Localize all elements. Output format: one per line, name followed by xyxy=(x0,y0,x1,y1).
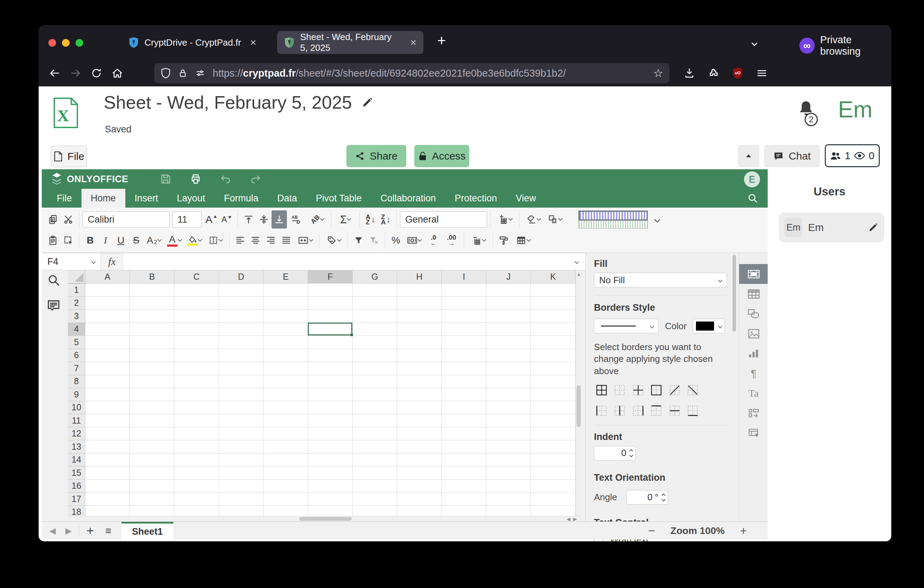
grid-cell-E15[interactable] xyxy=(264,466,308,480)
percent-style-icon[interactable]: % xyxy=(388,231,404,249)
menu-tab-pivot-table[interactable]: Pivot Table xyxy=(306,189,371,208)
horizontal-scroll-thumb[interactable] xyxy=(299,517,351,521)
grid-cell-A10[interactable] xyxy=(85,401,130,415)
grid-cell-H14[interactable] xyxy=(397,454,442,467)
grid-cell-A3[interactable] xyxy=(85,310,130,323)
grid-cell-I14[interactable] xyxy=(442,454,487,467)
grid-cell-H16[interactable] xyxy=(397,480,442,493)
grid-cell-D17[interactable] xyxy=(219,492,264,506)
notifications-bell-icon[interactable]: 2 xyxy=(796,99,816,119)
tab-close-icon[interactable]: × xyxy=(250,36,256,48)
row-header-7[interactable]: 7 xyxy=(68,362,85,375)
grid-cell-E14[interactable] xyxy=(264,454,308,467)
grid-cell-G13[interactable] xyxy=(353,440,397,454)
menu-tab-protection[interactable]: Protection xyxy=(445,189,507,208)
row-header-3[interactable]: 3 xyxy=(68,310,85,323)
grid-cell-E1[interactable] xyxy=(264,284,308,297)
grid-cell-D7[interactable] xyxy=(219,362,264,375)
grid-cell-H3[interactable] xyxy=(397,310,442,323)
zoom-in-button[interactable]: + xyxy=(740,524,747,537)
row-header-5[interactable]: 5 xyxy=(68,336,85,349)
tracking-protection-shield-icon[interactable] xyxy=(160,68,171,79)
grid-cell-J7[interactable] xyxy=(487,362,531,375)
zoom-level-label[interactable]: Zoom 100% xyxy=(670,525,725,537)
grid-cell-H11[interactable] xyxy=(397,414,442,428)
forward-icon[interactable] xyxy=(65,67,86,79)
rename-pencil-icon[interactable] xyxy=(361,96,374,109)
sheet-next-arrow-icon[interactable]: ▶ xyxy=(61,526,77,536)
grid-cell-C18[interactable] xyxy=(175,506,219,516)
grid-cell-F6[interactable] xyxy=(308,349,353,362)
grid-cell-G2[interactable] xyxy=(353,297,397,310)
clear-icon[interactable] xyxy=(523,210,543,228)
grid-cell-D4[interactable] xyxy=(219,323,264,336)
column-header-E[interactable]: E xyxy=(264,270,308,284)
grid-cell-H5[interactable] xyxy=(397,336,442,349)
grid-cell-A11[interactable] xyxy=(85,414,130,428)
text-orientation-icon[interactable]: AB xyxy=(306,210,328,228)
grid-cell-H7[interactable] xyxy=(397,362,442,375)
grid-cell-J14[interactable] xyxy=(487,454,531,467)
grid-cell-B15[interactable] xyxy=(130,466,175,480)
row-header-14[interactable]: 14 xyxy=(68,454,85,467)
paste-icon[interactable] xyxy=(45,231,61,249)
back-icon[interactable] xyxy=(44,67,65,79)
vertical-scroll-thumb[interactable] xyxy=(577,385,581,427)
grid-cell-G5[interactable] xyxy=(353,336,397,349)
border-vertical-icon[interactable] xyxy=(612,403,627,418)
column-header-I[interactable]: I xyxy=(442,270,487,284)
access-button[interactable]: Access xyxy=(414,145,469,167)
underline-icon[interactable]: U xyxy=(113,231,129,249)
menu-tab-view[interactable]: View xyxy=(507,189,546,208)
extensions-puzzle-icon[interactable] xyxy=(708,67,719,79)
grid-cell-K4[interactable] xyxy=(531,323,576,336)
grid-cell-F18[interactable] xyxy=(308,506,353,516)
grid-cell-K10[interactable] xyxy=(531,401,576,415)
border-inside-icon[interactable] xyxy=(630,383,646,398)
row-header-8[interactable]: 8 xyxy=(68,375,85,388)
grid-cell-B16[interactable] xyxy=(130,480,175,493)
grid-cell-F9[interactable] xyxy=(308,388,353,401)
grid-cell-I9[interactable] xyxy=(442,388,487,401)
redo-icon[interactable] xyxy=(250,173,261,185)
grid-cell-G10[interactable] xyxy=(353,401,397,415)
grid-search-icon[interactable] xyxy=(47,273,61,287)
grid-cell-I6[interactable] xyxy=(442,349,487,362)
border-diagonal-up-icon[interactable] xyxy=(667,383,682,398)
menu-tab-collaboration[interactable]: Collaboration xyxy=(371,189,445,208)
fill-handle[interactable] xyxy=(350,333,353,337)
formula-input[interactable] xyxy=(123,253,568,270)
sidebar-scroll-thumb[interactable] xyxy=(733,255,736,332)
grid-cell-H1[interactable] xyxy=(397,284,442,297)
grid-cell-D6[interactable] xyxy=(219,349,264,362)
font-name-select[interactable]: Calibri xyxy=(82,211,170,228)
border-horizontal-icon[interactable] xyxy=(667,403,682,418)
font-size-select[interactable]: 11 xyxy=(172,211,201,228)
add-sheet-icon[interactable]: + xyxy=(81,524,99,538)
border-all-icon[interactable] xyxy=(594,383,609,398)
grid-cell-K8[interactable] xyxy=(531,375,576,388)
grid-cell-A12[interactable] xyxy=(85,428,130,441)
grid-cell-H10[interactable] xyxy=(397,401,442,415)
grid-cell-C10[interactable] xyxy=(175,401,219,415)
border-none-icon[interactable] xyxy=(612,383,627,398)
grid-cell-H13[interactable] xyxy=(397,440,442,454)
grid-cell-F8[interactable] xyxy=(308,375,353,388)
editor-user-avatar[interactable]: E xyxy=(744,172,760,187)
grid-cell-J15[interactable] xyxy=(487,466,531,480)
grid-cell-G4[interactable] xyxy=(353,323,397,336)
italic-icon[interactable]: I xyxy=(98,231,113,249)
grid-cell-G7[interactable] xyxy=(353,362,397,375)
sheet-prev-arrow-icon[interactable]: ◀ xyxy=(45,526,61,536)
indent-spinner[interactable]: 0 xyxy=(594,446,636,461)
grid-cell-B7[interactable] xyxy=(130,362,175,375)
grid-cell-B11[interactable] xyxy=(130,414,175,428)
reload-icon[interactable] xyxy=(86,67,107,79)
grid-cell-C11[interactable] xyxy=(175,414,219,428)
grid-cell-A1[interactable] xyxy=(85,284,130,297)
grid-cell-D2[interactable] xyxy=(219,297,264,310)
decrease-font-icon[interactable]: A xyxy=(219,210,234,228)
increase-font-icon[interactable]: A xyxy=(204,210,219,228)
window-minimize-button[interactable] xyxy=(62,39,69,47)
grid-cell-B2[interactable] xyxy=(130,297,175,310)
